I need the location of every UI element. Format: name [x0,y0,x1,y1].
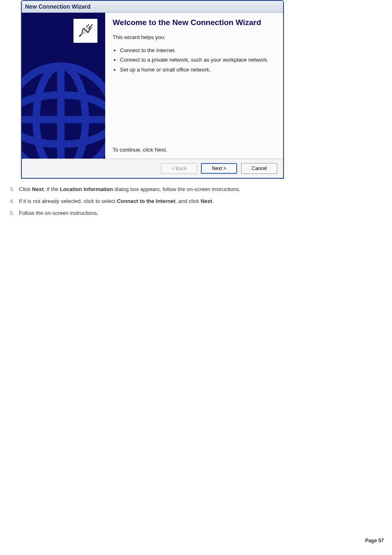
wizard-bullet-list: Connect to the Internet. Connect to a pr… [113,44,276,76]
dialog-titlebar[interactable]: New Connection Wizard [22,1,283,13]
wizard-heading: Welcome to the New Connection Wizard [113,18,276,28]
globe-graphic [22,58,105,159]
connection-plug-icon [76,22,95,40]
wizard-sidebar [22,13,105,159]
wizard-continue-text: To continue, click Next. [113,147,276,153]
wizard-bullet: Set up a home or small office network. [120,66,276,74]
next-button[interactable]: Next > [201,163,237,174]
cancel-button[interactable]: Cancel [241,163,277,174]
dialog-title: New Connection Wizard [25,3,90,10]
instruction-item: Follow the on-screen instructions. [16,210,388,216]
instruction-list: Click Next. If the Location Information … [4,186,388,216]
wizard-content: Welcome to the New Connection Wizard Thi… [105,13,283,159]
dialog-button-row: < Back Next > Cancel [22,159,283,178]
svg-line-6 [90,28,92,30]
dialog-body: Welcome to the New Connection Wizard Thi… [22,13,283,159]
instruction-text: If it is not already selected, click to … [19,198,214,204]
instruction-item: Click Next. If the Location Information … [16,186,388,192]
back-button: < Back [161,163,197,174]
instruction-item: If it is not already selected, click to … [16,198,388,204]
new-connection-wizard-dialog: New Connection Wizard [21,0,284,179]
instruction-text: Follow the on-screen instructions. [19,210,99,216]
instruction-text: Click Next. If the Location Information … [19,186,240,192]
page-number: Page 57 [365,538,384,543]
wizard-icon-box [73,18,98,43]
wizard-intro: This wizard helps you: [113,34,276,40]
wizard-bullet: Connect to the Internet. [120,47,276,54]
wizard-bullet: Connect to a private network, such as yo… [120,56,276,64]
